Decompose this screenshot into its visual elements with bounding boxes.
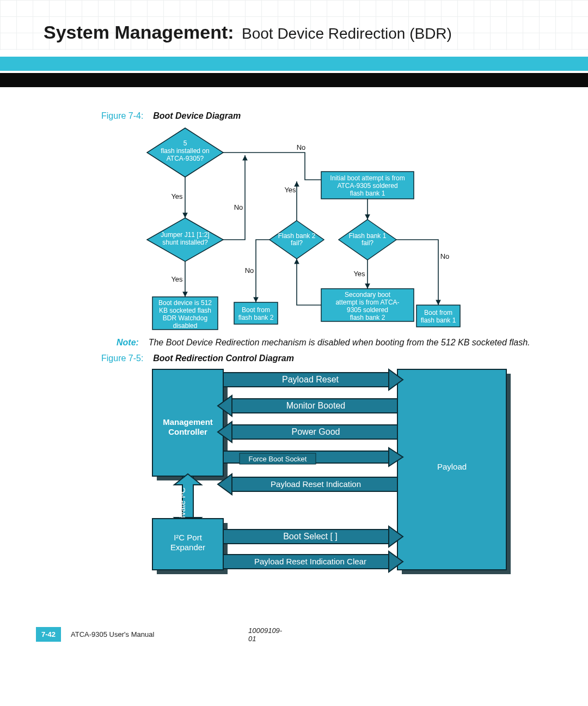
svg-text:Monitor Booted: Monitor Booted bbox=[286, 401, 346, 410]
signal-payload-reset: Payload Reset bbox=[223, 369, 403, 390]
process-secondary-boot: Secondary boot attempt is from ATCA- 930… bbox=[321, 289, 414, 321]
signal-power-good: Power Good bbox=[218, 422, 397, 442]
header-bar-black bbox=[0, 73, 588, 87]
svg-text:No: No bbox=[297, 143, 306, 151]
figure-7-5-label: Figure 7-5: Boot Redirection Control Dia… bbox=[101, 354, 294, 363]
doc-number: 10009109-01 bbox=[248, 626, 282, 643]
figure-7-4-flowchart: 5 flash installed on ATCA-9305? No Yes I… bbox=[136, 123, 517, 340]
block-i2c-port-expander: I²C Port Expander bbox=[152, 519, 223, 570]
title-rest: Boot Device Redirection (BDR) bbox=[242, 25, 452, 42]
svg-text:flash bank 1: flash bank 1 bbox=[421, 317, 456, 324]
header-bar-cyan bbox=[0, 57, 588, 71]
svg-text:Yes: Yes bbox=[284, 186, 296, 194]
block-management-controller: Management Controller bbox=[152, 369, 223, 476]
process-boot-bank1: Boot from flash bank 1 bbox=[416, 305, 460, 327]
svg-text:ATCA-9305?: ATCA-9305? bbox=[167, 155, 204, 162]
note-line: Note: The Boot Device Redirection mechan… bbox=[117, 338, 530, 348]
svg-text:Secondary boot: Secondary boot bbox=[345, 291, 391, 299]
svg-text:Payload: Payload bbox=[437, 462, 467, 471]
signal-monitor-booted: Monitor Booted bbox=[218, 395, 397, 416]
svg-text:Boot Select [ ]: Boot Select [ ] bbox=[283, 532, 338, 541]
svg-text:Flash bank 2: Flash bank 2 bbox=[278, 232, 316, 240]
page-number: 7-42 bbox=[36, 627, 61, 642]
svg-text:fail?: fail? bbox=[362, 239, 373, 247]
svg-text:ATCA-9305 soldered: ATCA-9305 soldered bbox=[337, 182, 397, 190]
decision-bank1-fail: Flash bank 1 fail? bbox=[339, 220, 396, 260]
svg-text:BDR Watchdog: BDR Watchdog bbox=[163, 314, 207, 322]
svg-text:Management: Management bbox=[163, 417, 213, 427]
title-bold: System Management: bbox=[44, 22, 234, 42]
svg-text:Controller: Controller bbox=[168, 427, 207, 436]
svg-text:Boot from: Boot from bbox=[424, 309, 452, 317]
figure-7-4-label: Figure 7-4: Boot Device Diagram bbox=[101, 111, 241, 121]
svg-text:Payload Reset Indication Clear: Payload Reset Indication Clear bbox=[254, 557, 366, 566]
svg-text:Expander: Expander bbox=[170, 543, 205, 552]
svg-text:5: 5 bbox=[183, 139, 187, 147]
svg-text:Boot device is 512: Boot device is 512 bbox=[158, 299, 212, 307]
svg-text:shunt installed?: shunt installed? bbox=[162, 239, 208, 246]
svg-text:Jumper J11 [1:2]: Jumper J11 [1:2] bbox=[161, 231, 209, 239]
process-boot-socketed: Boot device is 512 KB socketed flash BDR… bbox=[152, 297, 218, 330]
svg-text:Payload Reset: Payload Reset bbox=[282, 375, 339, 384]
svg-text:9305 soldered: 9305 soldered bbox=[347, 306, 388, 314]
svg-text:Boot from: Boot from bbox=[242, 306, 270, 314]
decision-jumper: Jumper J11 [1:2] shunt installed? bbox=[147, 218, 223, 261]
signal-payload-reset-indication: Payload Reset Indication bbox=[218, 474, 397, 495]
manual-name: ATCA-9305 User's Manual bbox=[71, 630, 154, 638]
svg-text:Yes: Yes bbox=[171, 192, 183, 200]
svg-text:attempt is from ATCA-: attempt is from ATCA- bbox=[335, 299, 399, 306]
block-payload: Payload bbox=[397, 369, 506, 570]
svg-text:flash bank 1: flash bank 1 bbox=[350, 190, 385, 197]
svg-text:flash bank 2: flash bank 2 bbox=[238, 314, 274, 321]
svg-text:Initial boot attempt is from: Initial boot attempt is from bbox=[330, 174, 405, 182]
svg-text:Yes: Yes bbox=[353, 270, 365, 278]
figure-7-5-diagram: Management Controller Private I²C I²C Po… bbox=[147, 365, 517, 583]
signal-force-boot-socket: Force Boot Socket bbox=[223, 448, 403, 466]
signal-boot-select: Boot Select [ ] bbox=[223, 526, 403, 547]
page-title: System Management: Boot Device Redirecti… bbox=[44, 22, 566, 43]
signal-payload-reset-indication-clear: Payload Reset Indication Clear bbox=[223, 551, 403, 572]
svg-text:No: No bbox=[245, 266, 254, 275]
svg-text:Power Good: Power Good bbox=[292, 427, 340, 436]
process-initial-boot: Initial boot attempt is from ATCA-9305 s… bbox=[321, 172, 414, 199]
svg-text:Yes: Yes bbox=[171, 275, 183, 283]
svg-text:KB socketed flash: KB socketed flash bbox=[159, 307, 211, 314]
decision-bank2-fail: Flash bank 2 fail? bbox=[270, 221, 324, 259]
svg-text:flash bank 2: flash bank 2 bbox=[350, 314, 385, 321]
svg-text:disabled: disabled bbox=[173, 322, 198, 330]
decision-socketed-flash: 5 flash installed on ATCA-9305? bbox=[147, 128, 223, 177]
svg-text:No: No bbox=[440, 252, 450, 260]
svg-text:I²C Port: I²C Port bbox=[174, 533, 203, 542]
footer: 7-42 ATCA-9305 User's Manual 10009109-01 bbox=[36, 627, 154, 642]
process-boot-bank2: Boot from flash bank 2 bbox=[234, 302, 278, 324]
svg-text:flash installed on: flash installed on bbox=[161, 147, 209, 155]
svg-text:fail?: fail? bbox=[291, 239, 303, 247]
svg-text:Force Boot Socket: Force Boot Socket bbox=[249, 455, 307, 463]
svg-text:No: No bbox=[234, 203, 243, 211]
svg-text:Flash bank 1: Flash bank 1 bbox=[349, 232, 387, 240]
svg-text:Payload Reset Indication: Payload Reset Indication bbox=[271, 479, 361, 489]
